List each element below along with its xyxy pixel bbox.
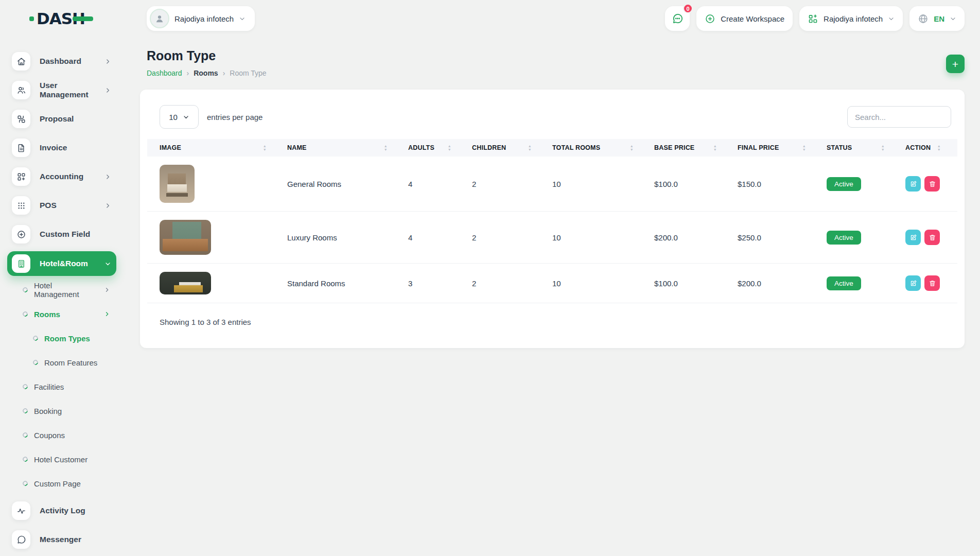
language-dropdown[interactable]: EN (909, 6, 965, 31)
breadcrumb: Dashboard›Rooms›Room Type (147, 69, 267, 77)
sidebar-item-accounting[interactable]: Accounting (7, 165, 116, 188)
delete-button[interactable] (924, 230, 940, 245)
entries-per-page-select[interactable]: 10 (160, 105, 199, 129)
chevron-right-icon (104, 87, 111, 94)
edit-button[interactable] (905, 230, 921, 245)
sidebar-item-label: Proposal (40, 114, 74, 124)
chevron-down-icon (888, 15, 895, 22)
company-dropdown[interactable]: Rajodiya infotech (799, 6, 903, 31)
sidebar-subitem-room-types[interactable]: Room Types (7, 328, 116, 349)
notification-badge: 0 (683, 4, 693, 13)
sort-icon: ▲▼ (384, 145, 388, 151)
add-room-type-button[interactable]: + (946, 55, 965, 73)
logo-dot-icon (29, 16, 34, 21)
column-label: CHILDREN (472, 144, 506, 151)
sidebar-item-label: Custom Field (40, 230, 90, 239)
sort-icon: ▲▼ (713, 145, 717, 151)
table-entries-summary: Showing 1 to 3 of 3 entries (160, 318, 957, 326)
name-cell: Standard Rooms (283, 264, 404, 303)
home-icon (12, 52, 30, 71)
sidebar-item-label: Dashboard (40, 57, 81, 66)
messages-button[interactable]: 0 (665, 6, 690, 31)
sidebar-subitem-custom-page[interactable]: Custom Page (7, 473, 116, 494)
brand-logo: DASH (29, 9, 93, 28)
chevron-down-icon (239, 15, 246, 22)
column-header-image[interactable]: IMAGE▲▼ (147, 139, 283, 157)
sidebar-subitem-hotel-management[interactable]: Hotel Management (7, 280, 116, 300)
column-label: STATUS (827, 144, 852, 151)
chevron-down-icon (104, 260, 111, 267)
bullet-icon (22, 456, 29, 463)
status-badge: Active (827, 231, 861, 245)
breadcrumb-dashboard[interactable]: Dashboard (147, 69, 182, 77)
column-label: IMAGE (160, 144, 181, 151)
final-price-cell: $150.0 (733, 157, 822, 212)
sidebar-subitem-hotel-customer[interactable]: Hotel Customer (7, 449, 116, 470)
children-cell: 2 (468, 157, 548, 212)
chevron-right-icon (104, 173, 111, 180)
sidebar-item-dashboard[interactable]: Dashboard (7, 49, 116, 73)
sidebar-subitem-room-features[interactable]: Room Features (7, 352, 116, 373)
column-label: TOTAL ROOMS (552, 144, 600, 151)
search-input[interactable] (847, 106, 951, 128)
column-header-action[interactable]: ACTION▲▼ (901, 139, 957, 157)
delete-button[interactable] (924, 176, 940, 192)
sidebar-item-custom-field[interactable]: Custom Field (7, 222, 116, 246)
sort-icon: ▲▼ (630, 145, 634, 151)
column-label: FINAL PRICE (738, 144, 779, 151)
chevron-right-icon (104, 311, 110, 317)
sidebar-subitem-coupons[interactable]: Coupons (7, 425, 116, 445)
sidebar-item-messenger[interactable]: Messenger (7, 528, 116, 551)
sidebar-subitem-rooms[interactable]: Rooms (7, 304, 116, 324)
plus-circle-icon (705, 13, 715, 24)
action-cell (901, 157, 957, 212)
company-label: Rajodiya infotech (824, 14, 883, 23)
page-title: Room Type (147, 48, 267, 63)
chevron-down-icon (183, 114, 189, 120)
total-rooms-cell: 10 (548, 264, 650, 303)
workspace-selector[interactable]: Rajodiya infotech (147, 6, 255, 31)
column-header-base-price[interactable]: BASE PRICE▲▼ (650, 139, 733, 157)
action-cell (901, 264, 957, 303)
chevron-down-icon (950, 15, 956, 22)
sidebar-subitem-label: Room Types (44, 334, 90, 343)
sidebar-item-pos[interactable]: POS (7, 194, 116, 217)
sidebar-subitem-label: Facilities (34, 383, 64, 391)
action-cell (901, 212, 957, 264)
column-header-total-rooms[interactable]: TOTAL ROOMS▲▼ (548, 139, 650, 157)
edit-button[interactable] (905, 275, 921, 291)
table-row-general-rooms: General Rooms4210$100.0$150.0Active (147, 157, 957, 212)
sidebar-item-proposal[interactable]: Proposal (7, 107, 116, 131)
sort-icon: ▲▼ (528, 145, 532, 151)
adults-cell: 4 (404, 157, 468, 212)
breadcrumb-room-type: Room Type (230, 69, 266, 77)
logo-dash-icon (73, 16, 93, 21)
page-size-value: 10 (169, 113, 178, 121)
column-header-status[interactable]: STATUS▲▼ (822, 139, 901, 157)
sidebar-subitem-facilities[interactable]: Facilities (7, 376, 116, 397)
image-cell (147, 264, 283, 303)
status-badge: Active (827, 177, 861, 191)
breadcrumb-rooms[interactable]: Rooms (194, 69, 218, 77)
column-header-children[interactable]: CHILDREN▲▼ (468, 139, 548, 157)
column-header-adults[interactable]: ADULTS▲▼ (404, 139, 468, 157)
sidebar-item-user-management[interactable]: User Management (7, 78, 116, 102)
sidebar-item-invoice[interactable]: Invoice (7, 136, 116, 160)
sidebar-item-activity-log[interactable]: Activity Log (7, 499, 116, 523)
create-workspace-label: Create Workspace (721, 14, 784, 23)
base-price-cell: $100.0 (650, 264, 733, 303)
children-cell: 2 (468, 212, 548, 264)
sidebar-subitem-label: Room Features (44, 358, 97, 367)
bullet-icon (32, 335, 39, 342)
delete-button[interactable] (924, 275, 940, 291)
column-header-final-price[interactable]: FINAL PRICE▲▼ (733, 139, 822, 157)
edit-button[interactable] (905, 176, 921, 192)
create-workspace-button[interactable]: Create Workspace (696, 6, 793, 31)
status-badge: Active (827, 276, 861, 290)
sidebar-item-hotel-room[interactable]: Hotel&Room (7, 251, 116, 276)
sidebar-subitem-booking[interactable]: Booking (7, 401, 116, 421)
column-header-name[interactable]: NAME▲▼ (283, 139, 404, 157)
bullet-icon (22, 383, 29, 390)
accounting-icon (12, 167, 30, 186)
chevron-right-icon (104, 58, 111, 65)
